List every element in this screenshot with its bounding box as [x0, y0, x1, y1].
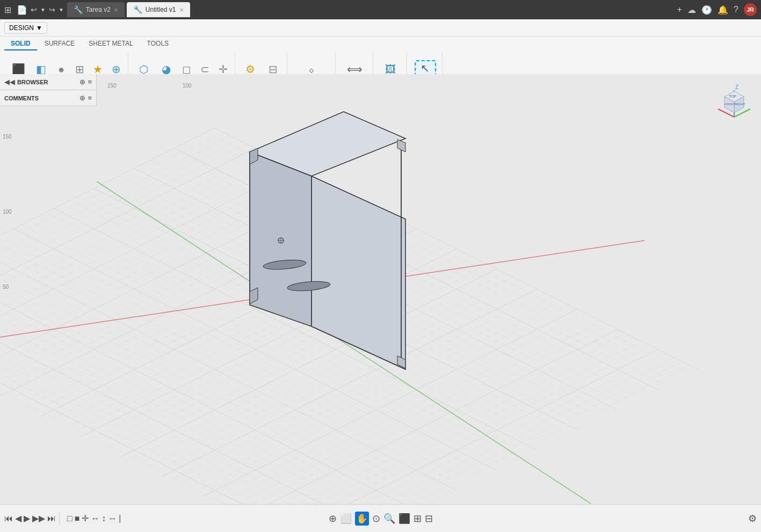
tab-surface[interactable]: SURFACE — [38, 38, 82, 50]
view-scale-v-icon[interactable]: ↕ — [102, 514, 106, 523]
ribbon-tabs: SOLID SURFACE SHEET METAL TOOLS — [0, 38, 761, 50]
help-btn[interactable]: ? — [734, 5, 738, 14]
design-dropdown-icon: ▼ — [36, 24, 42, 32]
svg-text:Z: Z — [735, 84, 738, 90]
play-last-btn[interactable]: ⏭ — [47, 514, 56, 523]
box-icon: ⬛ — [12, 64, 25, 75]
view-timeline-icon[interactable]: | — [119, 514, 121, 523]
svg-text:150: 150 — [107, 83, 117, 89]
browser-panel-row[interactable]: ◀◀ BROWSER ⊕ ≡ — [0, 74, 96, 90]
view-scale-h-icon[interactable]: ↔ — [91, 514, 99, 523]
move-icon: ✛ — [219, 64, 228, 75]
view-move-icon[interactable]: ✛ — [82, 513, 89, 523]
plane-icon: ⬦ — [308, 64, 315, 75]
fillet-icon: ◕ — [162, 64, 171, 75]
push-pull-icon: ⬡ — [139, 64, 148, 75]
hollow-icon: ◻ — [182, 64, 191, 75]
browser-row-icons: ⊕ ≡ — [79, 78, 92, 86]
undo-arrow[interactable]: ▼ — [39, 6, 47, 14]
title-bar-actions: + ☁ 🕐 🔔 ? JR — [677, 3, 757, 16]
measure-icon: ⟺ — [347, 64, 363, 75]
avatar[interactable]: JR — [744, 3, 757, 16]
settings-gear-icon[interactable]: ⚙ — [748, 513, 757, 524]
look-at-icon[interactable]: ⬜ — [340, 513, 352, 524]
tab-untitled[interactable]: 🔧 Untitled v1 ✕ — [127, 2, 190, 17]
grid-icon[interactable]: ⊞ — [414, 513, 422, 524]
svg-text:100: 100 — [3, 209, 12, 215]
tab-sheet-metal[interactable]: SHEET METAL — [82, 38, 139, 50]
cloud-btn[interactable]: ☁ — [687, 5, 696, 15]
combine-icon: ⊂ — [200, 64, 209, 75]
design-label: DESIGN — [9, 24, 34, 32]
toolbar-top: DESIGN ▼ — [0, 19, 761, 37]
tab-tools[interactable]: TOOLS — [141, 38, 175, 50]
viewport[interactable]: 150 100 150 100 50 — [0, 74, 761, 504]
rectplus-icon: ⊕ — [112, 64, 121, 75]
browser-plus-icon[interactable]: ⊕ — [79, 78, 85, 86]
svg-text:150: 150 — [3, 134, 12, 140]
zoom-icon[interactable]: 🔍 — [383, 513, 395, 524]
browser-menu-icon[interactable]: ≡ — [88, 78, 92, 86]
view-icons: □ ■ ✛ ↔ ↕ ↔ | — [67, 513, 121, 523]
separator-1 — [59, 512, 60, 525]
file-toolbar: 📄 ↩ ▼ ↪ ▼ — [16, 4, 65, 16]
tab-tarea[interactable]: 🔧 Tarea v2 ✕ — [67, 2, 125, 17]
bottom-center-icons: ⊕ ⬜ ✋ ⊙ 🔍 ⬛ ⊞ ⊟ — [329, 512, 433, 526]
tab-tarea-icon: 🔧 — [74, 5, 83, 14]
tab-untitled-label: Untitled v1 — [146, 6, 176, 13]
file-icon[interactable]: 📄 — [16, 4, 28, 16]
svg-text:RIGHT: RIGHT — [735, 103, 745, 106]
redo-arrow[interactable]: ▼ — [57, 6, 65, 14]
play-btn[interactable]: ▶ — [24, 513, 30, 523]
grid-canvas: 150 100 150 100 50 — [0, 74, 761, 504]
svg-text:FRONT: FRONT — [724, 103, 736, 106]
pan-icon[interactable]: ✋ — [355, 512, 369, 526]
select-icon: ↖ — [421, 63, 430, 74]
title-bar: ⊞ 📄 ↩ ▼ ↪ ▼ 🔧 Tarea v2 ✕ 🔧 Untitled v1 ✕… — [0, 0, 761, 19]
left-panel: ◀◀ BROWSER ⊕ ≡ COMMENTS ⊕ ≡ — [0, 74, 97, 106]
view-box-icon[interactable]: □ — [67, 514, 73, 523]
app-grid-icon[interactable]: ⊞ — [4, 5, 11, 15]
extrude-icon: ◧ — [36, 64, 46, 75]
comments-row-icons: ⊕ ≡ — [79, 94, 92, 102]
comments-label: COMMENTS — [4, 95, 79, 101]
sphere-icon: ● — [58, 64, 64, 75]
notification-btn[interactable]: 🔔 — [717, 5, 728, 15]
view-cube[interactable]: Z TOP RIGHT FRONT — [713, 79, 756, 122]
comments-plus-icon[interactable]: ⊕ — [79, 94, 85, 102]
redo-btn[interactable]: ↪ — [48, 4, 56, 15]
svg-text:100: 100 — [183, 83, 192, 89]
undo-btn[interactable]: ↩ — [30, 4, 38, 15]
hinge-icon: ⊟ — [269, 64, 278, 75]
display-icon[interactable]: ⬛ — [398, 513, 410, 524]
view-link-icon[interactable]: ↔ — [108, 514, 117, 523]
new-tab-btn[interactable]: + — [677, 5, 682, 14]
play-first-btn[interactable]: ⏮ — [4, 514, 13, 523]
star-icon: ★ — [93, 64, 103, 75]
view-solid-icon[interactable]: ■ — [75, 514, 80, 523]
svg-text:50: 50 — [3, 284, 9, 290]
history-btn[interactable]: 🕐 — [701, 5, 712, 15]
browser-collapse-icon: ◀◀ — [4, 78, 15, 86]
browser-label: BROWSER — [17, 79, 79, 85]
view-cube-svg: Z TOP RIGHT FRONT — [713, 79, 756, 122]
tab-solid[interactable]: SOLID — [4, 38, 37, 50]
joint-icon: ⚙ — [245, 64, 255, 75]
comments-panel-row[interactable]: COMMENTS ⊕ ≡ — [0, 90, 96, 106]
snap-icon[interactable]: ⊟ — [425, 513, 433, 524]
comments-menu-icon[interactable]: ≡ — [88, 94, 92, 102]
design-button[interactable]: DESIGN ▼ — [4, 22, 47, 34]
orbit-icon[interactable]: ⊕ — [329, 513, 337, 524]
tab-tarea-close[interactable]: ✕ — [114, 7, 118, 13]
tab-untitled-icon: 🔧 — [133, 5, 142, 14]
play-prev-btn[interactable]: ◀ — [15, 513, 21, 523]
tab-untitled-close[interactable]: ✕ — [179, 7, 184, 13]
playback-controls: ⏮ ◀ ▶ ▶▶ ⏭ — [4, 513, 56, 523]
zoom-window-icon[interactable]: ⊙ — [372, 513, 380, 524]
play-next-btn[interactable]: ▶▶ — [32, 513, 45, 523]
image-icon: 🖼 — [385, 64, 396, 75]
bottom-toolbar: ⏮ ◀ ▶ ▶▶ ⏭ □ ■ ✛ ↔ ↕ ↔ | ⊕ ⬜ ✋ ⊙ 🔍 ⬛ ⊞ ⊟… — [0, 504, 761, 532]
svg-text:TOP: TOP — [729, 94, 737, 98]
pattern-icon: ⊞ — [75, 64, 84, 75]
tab-tarea-label: Tarea v2 — [86, 6, 111, 13]
